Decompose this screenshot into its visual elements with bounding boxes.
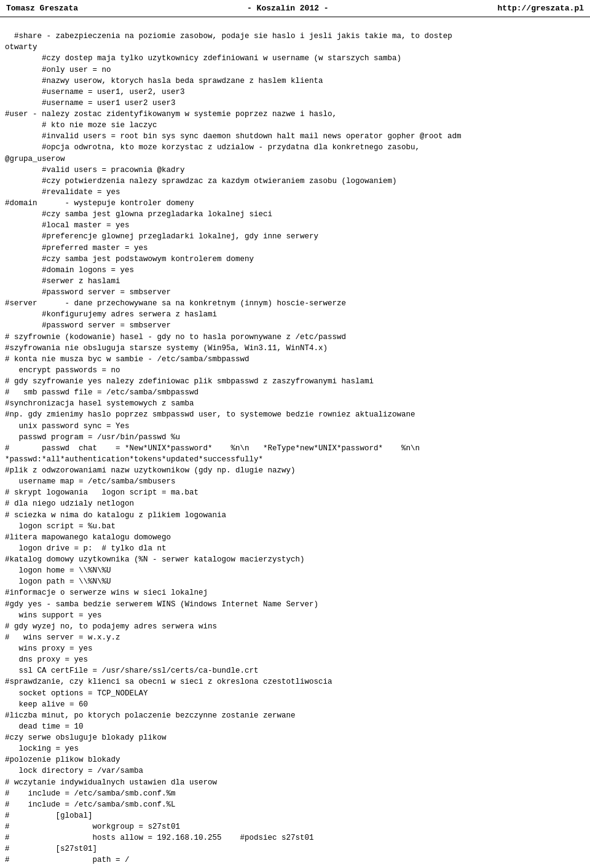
header-author: Tomasz Greszata bbox=[6, 4, 78, 13]
header-url: http://greszata.pl bbox=[498, 4, 584, 13]
content-area: #share - zabezpieczenia na poziomie zaso… bbox=[0, 17, 590, 868]
header-title: - Koszalin 2012 - bbox=[247, 4, 329, 13]
header: Tomasz Greszata - Koszalin 2012 - http:/… bbox=[0, 0, 590, 17]
main-content: #share - zabezpieczenia na poziomie zaso… bbox=[5, 32, 462, 868]
